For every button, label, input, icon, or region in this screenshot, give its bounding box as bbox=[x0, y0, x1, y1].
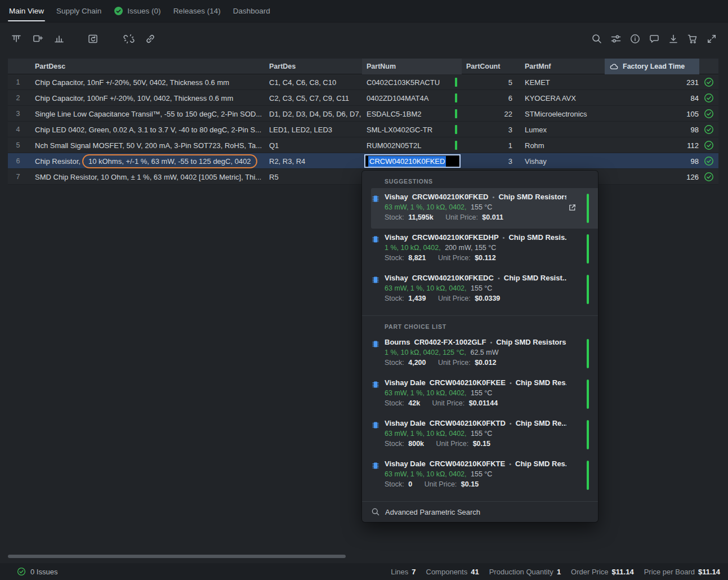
expand-icon[interactable] bbox=[703, 30, 720, 47]
spec-other: 62.5 mW bbox=[470, 349, 498, 356]
download-icon[interactable] bbox=[665, 30, 682, 47]
bullet-separator: • bbox=[503, 234, 505, 241]
cell-lead-time[interactable]: 98 bbox=[605, 153, 699, 169]
spec-matched: 1 %, 10 kΩ, 0402, 125 °C, bbox=[385, 349, 466, 356]
cell-partcount[interactable]: 5 bbox=[462, 74, 520, 90]
part-mpn: CRCW040210K0FKEDC bbox=[412, 274, 494, 282]
table-row[interactable]: 3 Single Line Low Capacitance Transil™, … bbox=[8, 106, 718, 122]
cell-partdesc[interactable]: Chip Capacitor, 10nF +/-20%, 50V, 0402, … bbox=[28, 74, 265, 90]
cell-partnum[interactable]: RUM002N05T2L bbox=[362, 137, 462, 153]
stock-label: Stock: bbox=[385, 295, 404, 302]
col-header-partnum[interactable]: PartNum bbox=[362, 59, 462, 74]
bom-columns-icon[interactable] bbox=[8, 30, 25, 47]
link-icon[interactable] bbox=[142, 30, 159, 47]
sync-box-icon[interactable] bbox=[84, 30, 101, 47]
cell-partcount[interactable]: 6 bbox=[462, 90, 520, 106]
stock-value: 1,439 bbox=[408, 295, 426, 302]
part-choice-item[interactable]: Vishay Dale CRCW040210K0FKEE • Chip SMD … bbox=[371, 374, 598, 414]
cell-partdes[interactable]: R2, R3, R4 bbox=[265, 153, 362, 169]
row-status-check-icon bbox=[699, 137, 718, 153]
cell-partmnf[interactable]: KYOCERA AVX bbox=[520, 90, 605, 106]
table-row-selected[interactable]: 6 Chip Resistor, 10 kOhms, +/-1 %, 63 mW… bbox=[8, 153, 718, 169]
add-part-icon[interactable] bbox=[29, 30, 46, 47]
partnum-edit-input[interactable]: CRCW040210K0FKED bbox=[364, 154, 461, 168]
cell-partcount[interactable]: 1 bbox=[462, 137, 520, 153]
cell-lead-time[interactable]: 126 bbox=[605, 169, 699, 185]
cell-partcount[interactable]: 3 bbox=[462, 122, 520, 137]
table-row[interactable]: 1 Chip Capacitor, 10nF +/-20%, 50V, 0402… bbox=[8, 74, 718, 90]
tab-supply-chain[interactable]: Supply Chain bbox=[55, 0, 102, 23]
cell-partmnf[interactable]: STMicroelectronics bbox=[520, 106, 605, 122]
cell-partmnf[interactable]: KEMET bbox=[520, 74, 605, 90]
cell-partnum[interactable]: SML-LX0402GC-TR bbox=[362, 122, 462, 137]
open-external-icon[interactable] bbox=[568, 203, 577, 212]
spec-other: 155 °C bbox=[471, 389, 492, 397]
cell-partmnf[interactable]: Lumex bbox=[520, 122, 605, 137]
cell-partnum[interactable]: C0402C103K5RACTU bbox=[362, 74, 462, 90]
tab-dashboard[interactable]: Dashboard bbox=[232, 0, 271, 23]
cell-partdes[interactable]: D1, D2, D3, D4, D5, D6, D7, ... bbox=[265, 106, 362, 122]
cell-lead-time[interactable]: 105 bbox=[605, 106, 699, 122]
cell-partdes[interactable]: C1, C4, C6, C8, C10 bbox=[265, 74, 362, 90]
suggestion-item[interactable]: Vishay CRCW040210K0FKEDC • Chip SMD Resi… bbox=[371, 269, 598, 310]
tab-releases[interactable]: Releases (14) bbox=[172, 0, 222, 23]
issues-summary[interactable]: 0 Issues bbox=[17, 567, 57, 576]
stat-production-quantity: Production Quantity1 bbox=[489, 568, 561, 576]
price-label: Unit Price: bbox=[432, 399, 465, 407]
cell-lead-time[interactable]: 231 bbox=[605, 74, 699, 90]
cell-partdesc[interactable]: Chip LED 0402, Green, 0.02 A, 3.1 to 3.7… bbox=[28, 122, 265, 137]
col-header-partmnf[interactable]: PartMnf bbox=[520, 59, 605, 74]
cell-partdes[interactable]: C2, C3, C5, C7, C9, C11 bbox=[265, 90, 362, 106]
table-row[interactable]: 5 Nch Small Signal MOSFET, 50 V, 200 mA,… bbox=[8, 137, 718, 153]
unlink-icon[interactable] bbox=[120, 30, 137, 47]
cell-partnum[interactable]: ESDALC5-1BM2 bbox=[362, 106, 462, 122]
cell-partdesc[interactable]: Chip Resistor, 10 kOhms, +/-1 %, 63 mW, … bbox=[28, 153, 265, 169]
cell-partdes[interactable]: LED1, LED2, LED3 bbox=[265, 122, 362, 137]
cell-partdes[interactable]: R5 bbox=[265, 169, 362, 185]
part-brand: Vishay bbox=[385, 193, 408, 201]
cell-partcount[interactable]: 3 bbox=[462, 153, 520, 169]
cell-lead-time[interactable]: 112 bbox=[605, 137, 699, 153]
cart-icon[interactable] bbox=[684, 30, 701, 47]
cell-partcount[interactable]: 22 bbox=[462, 106, 520, 122]
part-category: Chip SMD Re... bbox=[516, 419, 566, 427]
table-row[interactable]: 2 Chip Capacitor, 100nF +/-20%, 10V, 040… bbox=[8, 90, 718, 106]
cell-partmnf[interactable]: Vishay bbox=[520, 153, 605, 169]
col-header-partdesc[interactable]: PartDesc bbox=[28, 59, 265, 74]
col-header-lead-time[interactable]: Factory Lead Time bbox=[605, 59, 699, 74]
cell-partdesc[interactable]: Single Line Low Capacitance Transil™, -5… bbox=[28, 106, 265, 122]
col-header-partcount[interactable]: PartCount bbox=[462, 59, 520, 74]
info-icon[interactable] bbox=[627, 30, 644, 47]
horizontal-scrollbar[interactable] bbox=[8, 555, 346, 558]
tab-main-view[interactable]: Main View bbox=[8, 0, 45, 23]
bom-rows-icon[interactable] bbox=[51, 30, 68, 47]
part-mpn: CRCW040210K0FKEDHP bbox=[412, 233, 499, 242]
cell-partdesc[interactable]: Chip Capacitor, 100nF +/-20%, 10V, 0402,… bbox=[28, 90, 265, 106]
suggestion-item[interactable]: Vishay CRCW040210K0FKEDHP • Chip SMD Res… bbox=[371, 229, 598, 269]
search-icon[interactable] bbox=[588, 30, 605, 47]
part-choice-item[interactable]: Vishay Dale CRCW040210K0FKTE • Chip SMD … bbox=[371, 455, 598, 496]
advanced-search-label: Advanced Parametric Search bbox=[385, 508, 480, 516]
cell-partdesc[interactable]: SMD Chip Resistor, 10 Ohm, ± 1 %, 63 mW,… bbox=[28, 169, 265, 185]
part-choice-item[interactable]: Vishay Dale CRCW040210K0FKTD • Chip SMD … bbox=[371, 414, 598, 455]
advanced-parametric-search[interactable]: Advanced Parametric Search bbox=[362, 501, 598, 522]
filter-sliders-icon[interactable] bbox=[608, 30, 624, 47]
part-choice-item[interactable]: Bourns CR0402-FX-1002GLF • Chip SMD Resi… bbox=[371, 333, 598, 374]
cell-partnum-editing[interactable]: CRCW040210K0FKED bbox=[362, 153, 462, 169]
tab-issues[interactable]: Issues (0) bbox=[113, 0, 162, 23]
bom-table: PartDesc PartDes PartNum PartCount PartM… bbox=[8, 59, 718, 185]
comment-icon[interactable] bbox=[646, 30, 663, 47]
cell-partmnf[interactable]: Rohm bbox=[520, 137, 605, 153]
cell-partdesc[interactable]: Nch Small Signal MOSFET, 50 V, 200 mA, 3… bbox=[28, 137, 265, 153]
availability-bar bbox=[455, 93, 457, 102]
table-row[interactable]: 4 Chip LED 0402, Green, 0.02 A, 3.1 to 3… bbox=[8, 122, 718, 137]
col-header-partdes[interactable]: PartDes bbox=[265, 59, 362, 74]
stock-label: Stock: bbox=[385, 359, 404, 367]
availability-bar bbox=[587, 234, 589, 264]
cell-lead-time[interactable]: 84 bbox=[605, 90, 699, 106]
part-category: Chip SMD Resistors bbox=[496, 338, 566, 346]
cell-lead-time[interactable]: 98 bbox=[605, 122, 699, 137]
suggestion-item[interactable]: Vishay CRCW040210K0FKED • Chip SMD Resis… bbox=[371, 188, 598, 229]
cell-partdes[interactable]: Q1 bbox=[265, 137, 362, 153]
cell-partnum[interactable]: 0402ZD104MAT4A bbox=[362, 90, 462, 106]
